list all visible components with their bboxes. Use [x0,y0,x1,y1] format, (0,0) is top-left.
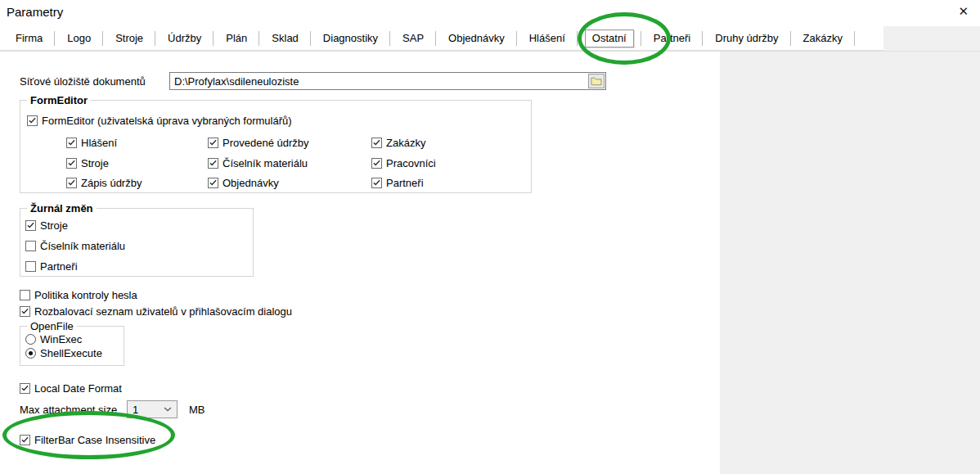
max-attachment-select[interactable]: 1 [127,400,178,418]
tab-bar: Firma Logo Stroje Údržby Plán Sklad Diag… [0,26,883,51]
radio-dot-icon [29,351,33,355]
radio-label: WinExec [40,333,82,345]
tab-diagnostiky[interactable]: Diagnostiky [311,27,390,50]
check-icon [209,179,217,186]
formeditor-group: FormEditor FormEditor (uživatelská úprav… [20,100,532,193]
radio-winexec[interactable]: WinExec [25,332,82,345]
checkbox-formeditor-master[interactable]: FormEditor (uživatelská úprava vybraných… [27,114,292,127]
checkbox-login-dropdown[interactable]: Rozbalovací seznam uživatelů v přihlašov… [20,305,292,318]
checkbox-label: Pracovníci [386,157,436,169]
checkbox-hlaseni[interactable]: Hlášení [66,136,117,149]
checkbox-label: Rozbalovací seznam uživatelů v přihlašov… [34,305,292,318]
tab-page-ostatni: Síťové úložiště dokumentů D:\Profylax\sd… [0,52,980,474]
checkbox-label: Zakázky [386,137,425,149]
checkbox-box [208,178,218,188]
tab-logo[interactable]: Logo [55,27,103,50]
network-storage-input[interactable]: D:\Profylax\sdileneuloziste [169,72,606,90]
checkbox-zakazky[interactable]: Zakázky [371,136,425,149]
checkbox-pracovnici[interactable]: Pracovníci [371,156,436,169]
check-icon [373,160,380,166]
checkbox-label: Provedené údržby [223,137,309,149]
openfile-group: OpenFile WinExec ShellExecute [20,326,124,366]
checkbox-label: Číselník materiálu [223,157,308,169]
checkbox-provedene-udrzby[interactable]: Provedené údržby [208,136,309,149]
checkbox-ciselnik-materialu[interactable]: Číselník materiálu [208,156,308,169]
check-icon [373,139,380,146]
tab-stroje[interactable]: Stroje [103,27,155,50]
checkbox-label: Objednávky [223,177,279,189]
radio-label: ShellExecute [40,347,102,359]
check-icon [68,160,75,166]
max-attachment-value: 1 [133,404,138,416]
tab-plan[interactable]: Plán [214,27,259,50]
checkbox-label: Stroje [40,219,68,232]
tab-udrzby[interactable]: Údržby [155,27,214,50]
tab-objednavky[interactable]: Objednávky [436,27,517,50]
tab-sap[interactable]: SAP [390,27,436,50]
journal-group: Žurnál změn Stroje Číselník materiálu Pa… [20,208,254,277]
radio-shellexecute[interactable]: ShellExecute [25,346,102,359]
tab-ostatni[interactable]: Ostatní [578,27,641,50]
check-icon [68,179,75,186]
check-icon [21,436,29,443]
checkbox-box [25,220,36,231]
checkbox-journal-stroje[interactable]: Stroje [25,219,68,232]
tab-firma[interactable]: Firma [3,27,55,50]
checkbox-label: Politika kontroly hesla [34,289,137,301]
checkbox-label: Local Date Format [34,382,122,395]
checkbox-box [20,435,30,445]
window-title: Parametry [7,5,63,19]
checkbox-box [66,178,77,188]
openfile-group-title: OpenFile [27,320,77,332]
checkbox-box [25,261,36,272]
radio-button [25,334,36,345]
checkbox-label: Zápis údržby [81,177,142,189]
check-icon [21,308,29,314]
checkbox-label: Číselník materiálu [40,240,125,252]
max-attachment-label: Max attachment size [20,404,117,417]
check-icon [68,139,75,146]
checkbox-box [371,158,382,169]
checkbox-journal-partneri[interactable]: Partneři [25,260,78,273]
check-icon [27,222,34,228]
chevron-down-icon [164,407,172,412]
close-icon[interactable]: ✕ [958,4,969,19]
tab-ostatni-label: Ostatní [585,29,634,47]
checkbox-label: Partneři [386,177,424,189]
checkbox-password-policy[interactable]: Politika kontroly hesla [20,288,137,301]
tab-zakazky[interactable]: Zakázky [791,27,855,50]
check-icon [373,179,380,186]
network-storage-label: Síťové úložiště dokumentů [20,75,146,88]
checkbox-objednavky[interactable]: Objednávky [208,176,279,189]
checkbox-journal-ciselnik[interactable]: Číselník materiálu [25,239,125,252]
checkbox-partneri[interactable]: Partneři [371,176,424,189]
checkbox-box [20,383,30,394]
tab-sklad[interactable]: Sklad [259,27,311,50]
checkbox-box [208,158,218,169]
browse-folder-button[interactable] [588,74,605,88]
checkbox-label: FormEditor (uživatelská úprava vybraných… [42,115,292,127]
formeditor-group-title: FormEditor [27,94,91,106]
checkbox-label: FilterBar Case Insensitive [34,434,155,446]
checkbox-box [25,241,36,251]
tab-partneri[interactable]: Partneři [641,27,704,50]
check-icon [209,139,217,146]
checkbox-zapis-udrzby[interactable]: Zápis údržby [66,176,142,189]
checkbox-local-date-format[interactable]: Local Date Format [20,381,122,395]
check-icon [21,385,29,391]
checkbox-box [66,158,77,169]
tab-hlaseni[interactable]: Hlášení [517,27,578,50]
journal-group-title: Žurnál změn [27,202,97,214]
checkbox-filterbar-case-insensitive[interactable]: FilterBar Case Insensitive [20,433,155,446]
parametry-dialog: Parametry ✕ Firma Logo Stroje Údržby Plá… [0,0,980,474]
checkbox-box [20,290,30,300]
check-icon [209,160,217,166]
tab-druhy-udrzby[interactable]: Druhy údržby [703,27,790,50]
checkbox-box [27,115,38,126]
checkbox-box [371,138,382,148]
radio-button [25,348,36,359]
checkbox-box [20,306,30,317]
checkbox-box [208,138,218,148]
folder-icon [591,76,602,86]
checkbox-stroje[interactable]: Stroje [66,156,109,169]
